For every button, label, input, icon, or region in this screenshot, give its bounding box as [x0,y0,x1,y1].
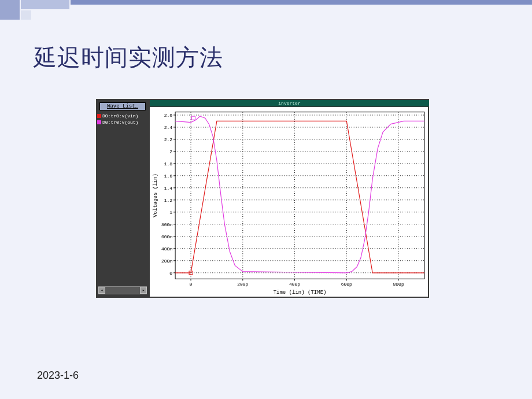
chart-zone: inverter 0200m400m600m800m11.21.41.61.82… [150,99,429,298]
scroll-right-button[interactable]: ▸ [140,287,147,294]
wave-sidebar: Wave List… D0:tr0:v(vin) D0:tr0:v(out) ◂… [96,99,150,298]
svg-text:400m: 400m [161,246,172,252]
svg-text:600m: 600m [161,234,172,239]
svg-text:0: 0 [169,271,172,276]
svg-text:1.4: 1.4 [164,186,173,191]
svg-text:800m: 800m [161,222,172,227]
legend-swatch-vout [97,120,101,124]
chart-svg: 0200m400m600m800m11.21.41.61.822.22.42.6… [150,107,428,297]
legend-label: D0:tr0:v(out) [102,120,138,125]
legend-swatch-vin [97,114,101,118]
page-title: 延迟时间实测方法 [34,42,223,73]
svg-text:Time (lin) (TIME): Time (lin) (TIME) [274,289,327,295]
svg-text:0: 0 [190,282,193,287]
legend-item[interactable]: D0:tr0:v(out) [97,119,138,125]
svg-text:1.2: 1.2 [164,198,173,203]
legend: D0:tr0:v(vin) D0:tr0:v(out) [97,113,138,125]
svg-text:600p: 600p [341,282,352,287]
svg-rect-19 [175,112,424,279]
svg-text:2.4: 2.4 [164,125,173,130]
svg-text:1.8: 1.8 [164,161,173,167]
wave-list-button[interactable]: Wave List… [99,102,146,110]
svg-text:2: 2 [169,149,172,154]
svg-text:2.6: 2.6 [164,113,173,118]
svg-text:1.6: 1.6 [164,173,173,179]
slide-decoration [0,0,532,25]
sidebar-scrollbar[interactable]: ◂ ▸ [98,286,147,294]
chart-body: 0200m400m600m800m11.21.41.61.822.22.42.6… [150,107,428,297]
svg-text:Voltages (lin): Voltages (lin) [152,173,158,217]
svg-text:800p: 800p [393,282,404,287]
svg-text:2.2: 2.2 [164,137,173,142]
svg-text:200p: 200p [237,282,248,287]
scroll-left-button[interactable]: ◂ [98,287,105,294]
chart-window-title: inverter [150,100,429,106]
svg-text:200m: 200m [161,258,172,264]
legend-label: D0:tr0:v(vin) [102,113,138,119]
legend-item[interactable]: D0:tr0:v(vin) [97,113,138,119]
slide-date: 2023-1-6 [37,370,79,382]
svg-text:400p: 400p [289,282,300,287]
waveform-viewer: Wave List… D0:tr0:v(vin) D0:tr0:v(out) ◂… [96,99,429,298]
svg-text:1: 1 [169,210,172,215]
svg-rect-61 [192,116,195,120]
